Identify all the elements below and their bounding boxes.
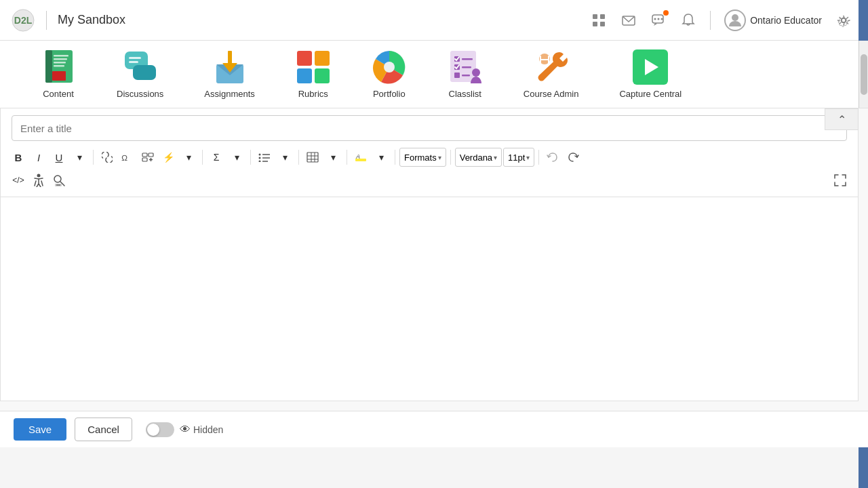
special-char-button[interactable]: Ω xyxy=(118,148,137,167)
fullscreen-button[interactable] xyxy=(831,171,850,190)
icon-nav-scrollbar[interactable] xyxy=(859,41,868,108)
top-nav: D2L My Sandbox xyxy=(0,0,868,41)
highlight-dropdown-btn[interactable]: ▾ xyxy=(372,148,391,167)
svg-rect-27 xyxy=(228,51,232,64)
tb-separator-8 xyxy=(538,150,539,165)
undo-icon xyxy=(547,152,559,163)
svg-point-8 xyxy=(654,18,656,20)
mail-icon xyxy=(621,13,636,28)
svg-rect-16 xyxy=(52,71,66,81)
equation-button[interactable]: Σ xyxy=(207,148,226,167)
svg-rect-24 xyxy=(129,61,138,63)
font-dropdown[interactable]: Verdana ▾ xyxy=(455,148,502,167)
hidden-icon: 👁 xyxy=(180,424,191,436)
rubrics-label: Rubrics xyxy=(298,89,328,99)
font-label: Verdana xyxy=(460,152,492,163)
tb-separator-7 xyxy=(450,150,451,165)
underline-button[interactable]: U xyxy=(50,148,68,167)
svg-point-9 xyxy=(658,18,660,20)
quick-insert-button[interactable] xyxy=(138,148,157,167)
icon-nav-bar: Content Discussions Assig xyxy=(0,41,868,108)
logo-area: D2L My Sandbox xyxy=(11,8,125,33)
tb-separator-2 xyxy=(202,150,203,165)
redo-button[interactable] xyxy=(564,148,583,167)
tb-separator-3 xyxy=(250,150,251,165)
list-icon xyxy=(258,152,271,162)
sidebar-item-capturecentral[interactable]: Capture Central xyxy=(619,49,682,99)
sidebar-item-content[interactable]: Content xyxy=(41,49,76,99)
hidden-toggle[interactable] xyxy=(146,422,174,437)
sidebar-item-portfolio[interactable]: Portfolio xyxy=(372,49,407,99)
chat-icon-btn[interactable] xyxy=(645,7,672,34)
rubrics-icon xyxy=(296,49,331,85)
svg-point-52 xyxy=(259,157,261,159)
panel-collapse-btn[interactable]: ⌃ xyxy=(825,108,859,130)
bottom-bar: Save Cancel 👁 Hidden xyxy=(0,411,868,447)
svg-rect-45 xyxy=(142,153,147,157)
nav-divider2 xyxy=(710,11,711,30)
user-section[interactable]: Ontario Educator xyxy=(719,7,827,34)
redo-icon xyxy=(567,152,579,163)
cancel-button[interactable]: Cancel xyxy=(75,418,132,441)
editor-body[interactable] xyxy=(1,197,858,401)
discussions-label: Discussions xyxy=(117,89,163,99)
undo-button[interactable] xyxy=(543,148,562,167)
emoji-button[interactable]: ⚡ xyxy=(159,148,178,167)
title-input[interactable] xyxy=(12,115,847,141)
svg-rect-40 xyxy=(454,73,460,78)
special-char-icon: Ω xyxy=(121,152,134,163)
sidebar-item-rubrics[interactable]: Rubrics xyxy=(296,49,331,99)
link-button[interactable] xyxy=(98,148,117,167)
svg-rect-5 xyxy=(600,22,605,26)
emoji-dropdown-btn[interactable]: ▾ xyxy=(179,148,198,167)
code-button[interactable]: </> xyxy=(9,171,28,190)
formats-label: Formats xyxy=(404,152,437,163)
text-format-dropdown-btn[interactable]: ▾ xyxy=(70,148,89,167)
nav-divider xyxy=(46,11,47,30)
save-button[interactable]: Save xyxy=(14,418,66,441)
mail-icon-btn[interactable] xyxy=(615,7,642,34)
find-replace-button[interactable] xyxy=(50,171,68,190)
svg-rect-37 xyxy=(462,58,473,60)
sidebar-item-discussions[interactable]: Discussions xyxy=(117,49,163,99)
list-dropdown-btn[interactable]: ▾ xyxy=(275,148,294,167)
hidden-text: Hidden xyxy=(193,424,223,435)
formats-dropdown[interactable]: Formats ▾ xyxy=(399,148,446,167)
bell-icon xyxy=(681,13,696,28)
sidebar-item-assignments[interactable]: Assignments xyxy=(204,49,254,99)
sidebar-item-courseadmin[interactable]: Course Admin xyxy=(524,49,579,99)
classlist-label: Classlist xyxy=(449,89,481,99)
svg-text:D2L: D2L xyxy=(14,15,33,26)
accessibility-icon xyxy=(32,174,45,187)
grid-icon-btn[interactable] xyxy=(585,7,612,34)
svg-rect-56 xyxy=(307,152,318,162)
svg-rect-47 xyxy=(149,153,153,157)
assignments-icon xyxy=(212,49,248,85)
svg-rect-22 xyxy=(133,65,156,80)
capture-icon-bg xyxy=(633,49,668,85)
sidebar-item-classlist[interactable]: Classlist xyxy=(448,49,483,99)
tb-separator-6 xyxy=(395,150,395,165)
svg-rect-46 xyxy=(142,158,147,161)
toolbar-row-2: </> xyxy=(9,169,850,191)
svg-point-11 xyxy=(732,14,738,21)
settings-icon-btn[interactable] xyxy=(830,7,857,34)
bold-button[interactable]: B xyxy=(9,148,28,167)
list-button[interactable] xyxy=(255,148,274,167)
highlight-icon: A xyxy=(355,152,367,163)
table-button[interactable] xyxy=(303,148,322,167)
user-name: Ontario Educator xyxy=(750,15,822,26)
accessibility-button[interactable] xyxy=(29,171,48,190)
table-dropdown-btn[interactable]: ▾ xyxy=(323,148,342,167)
link-icon xyxy=(102,152,113,163)
courseadmin-icon xyxy=(534,49,569,85)
highlight-button[interactable]: A xyxy=(351,148,370,167)
formats-caret: ▾ xyxy=(438,154,441,161)
bell-icon-btn[interactable] xyxy=(675,7,702,34)
svg-rect-15 xyxy=(45,50,52,83)
fontsize-dropdown[interactable]: 11pt ▾ xyxy=(503,148,534,167)
main-area: ⌃ B I U ▾ xyxy=(0,108,868,447)
portfolio-icon xyxy=(372,49,407,85)
italic-button[interactable]: I xyxy=(29,148,48,167)
equation-dropdown-btn[interactable]: ▾ xyxy=(227,148,246,167)
